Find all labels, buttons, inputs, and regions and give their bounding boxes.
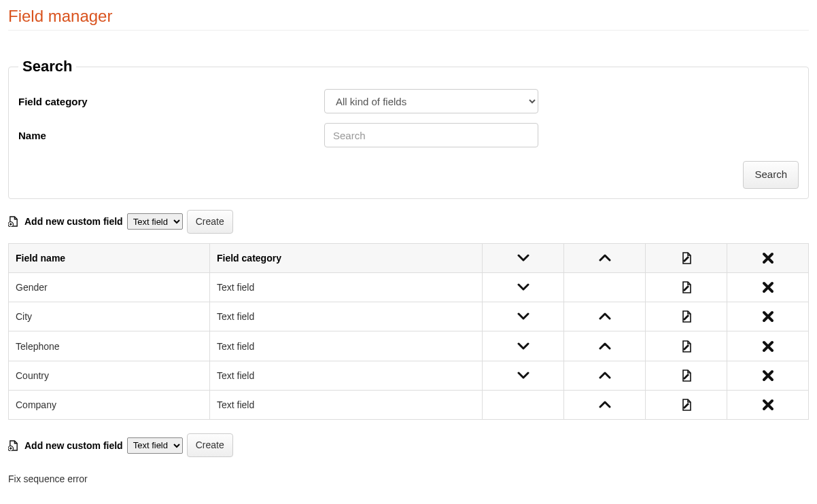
cell-field-name: Country xyxy=(9,361,210,390)
cell-field-name: Company xyxy=(9,390,210,419)
edit-icon[interactable] xyxy=(680,281,693,293)
close-icon[interactable] xyxy=(762,370,774,382)
cell-edit[interactable] xyxy=(646,272,727,302)
table-row: CountryText field xyxy=(9,361,809,390)
chevron-down-icon[interactable] xyxy=(517,281,529,293)
chevron-up-icon[interactable] xyxy=(599,399,611,411)
cell-move-down[interactable] xyxy=(483,361,564,390)
cell-delete[interactable] xyxy=(727,390,809,419)
search-panel: Search Field category All kind of fields… xyxy=(8,58,809,199)
page-title: Field manager xyxy=(8,7,809,26)
chevron-down-icon[interactable] xyxy=(517,370,529,382)
edit-icon[interactable] xyxy=(680,370,693,382)
col-header-down xyxy=(483,243,564,272)
title-divider xyxy=(8,30,809,31)
create-field-button-bottom[interactable]: Create xyxy=(187,433,233,457)
cell-field-category: Text field xyxy=(210,361,483,390)
chevron-down-icon[interactable] xyxy=(517,340,529,353)
add-file-icon xyxy=(8,216,19,227)
add-field-type-select-top[interactable]: Text field xyxy=(127,213,183,230)
chevron-up-icon[interactable] xyxy=(599,370,611,382)
cell-move-up[interactable] xyxy=(564,331,646,361)
cell-edit[interactable] xyxy=(646,361,727,390)
cell-field-category: Text field xyxy=(210,390,483,419)
cell-field-name: Telephone xyxy=(9,331,210,361)
edit-icon xyxy=(680,252,693,264)
chevron-up-icon xyxy=(599,252,611,264)
name-search-input[interactable] xyxy=(324,123,538,147)
cell-move-down[interactable] xyxy=(483,302,564,331)
cell-delete[interactable] xyxy=(727,272,809,302)
field-category-select[interactable]: All kind of fields xyxy=(324,89,538,113)
name-label: Name xyxy=(18,130,324,141)
chevron-down-icon[interactable] xyxy=(517,310,529,323)
close-icon[interactable] xyxy=(762,281,774,293)
cell-move-up xyxy=(564,272,646,302)
col-header-edit xyxy=(646,243,727,272)
fields-table: Field name Field category GenderText fie… xyxy=(8,243,809,420)
edit-icon[interactable] xyxy=(680,399,693,411)
close-icon xyxy=(762,252,774,264)
cell-field-category: Text field xyxy=(210,331,483,361)
search-legend: Search xyxy=(18,58,76,75)
table-row: TelephoneText field xyxy=(9,331,809,361)
cell-edit[interactable] xyxy=(646,390,727,419)
add-field-type-select-bottom[interactable]: Text field xyxy=(127,437,183,454)
chevron-up-icon[interactable] xyxy=(599,340,611,353)
cell-field-category: Text field xyxy=(210,302,483,331)
close-icon[interactable] xyxy=(762,340,774,353)
field-category-label: Field category xyxy=(18,96,324,107)
edit-icon[interactable] xyxy=(680,340,693,353)
col-header-category: Field category xyxy=(210,243,483,272)
edit-icon[interactable] xyxy=(680,310,693,323)
col-header-up xyxy=(564,243,646,272)
cell-delete[interactable] xyxy=(727,361,809,390)
cell-edit[interactable] xyxy=(646,302,727,331)
cell-move-down[interactable] xyxy=(483,272,564,302)
cell-move-up[interactable] xyxy=(564,302,646,331)
add-field-row-bottom: Add new custom field Text field Create xyxy=(8,433,809,457)
table-row: GenderText field xyxy=(9,272,809,302)
cell-move-up[interactable] xyxy=(564,390,646,419)
table-row: CityText field xyxy=(9,302,809,331)
chevron-up-icon[interactable] xyxy=(599,310,611,323)
close-icon[interactable] xyxy=(762,310,774,323)
fix-sequence-link[interactable]: Fix sequence error xyxy=(8,473,88,484)
cell-move-up[interactable] xyxy=(564,361,646,390)
cell-field-name: City xyxy=(9,302,210,331)
cell-move-down[interactable] xyxy=(483,331,564,361)
col-header-name: Field name xyxy=(9,243,210,272)
cell-edit[interactable] xyxy=(646,331,727,361)
add-file-icon xyxy=(8,440,19,451)
search-button[interactable]: Search xyxy=(743,161,799,189)
cell-field-category: Text field xyxy=(210,272,483,302)
add-field-label: Add new custom field xyxy=(24,440,123,451)
add-field-row-top: Add new custom field Text field Create xyxy=(8,210,809,234)
cell-move-down xyxy=(483,390,564,419)
col-header-delete xyxy=(727,243,809,272)
table-row: CompanyText field xyxy=(9,390,809,419)
create-field-button-top[interactable]: Create xyxy=(187,210,233,234)
close-icon[interactable] xyxy=(762,399,774,411)
add-field-label: Add new custom field xyxy=(24,216,123,227)
cell-delete[interactable] xyxy=(727,331,809,361)
cell-delete[interactable] xyxy=(727,302,809,331)
chevron-down-icon xyxy=(517,252,529,264)
cell-field-name: Gender xyxy=(9,272,210,302)
